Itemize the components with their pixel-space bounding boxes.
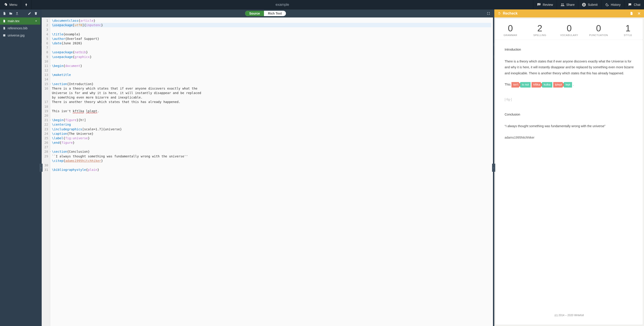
stat-label: SPELLING xyxy=(527,34,552,36)
file-name: universe.jpg xyxy=(8,33,38,37)
recheck-label[interactable]: Recheck xyxy=(503,11,518,15)
stat-item: 2SPELLING xyxy=(525,19,554,40)
stat-number: 0 xyxy=(556,23,582,33)
stat-number: 0 xyxy=(498,23,523,33)
share-icon xyxy=(560,3,564,7)
sidebar-toolbar xyxy=(0,9,40,17)
figure-placeholder: [-fig-] xyxy=(504,96,634,103)
stat-item: 1STYLE xyxy=(613,19,643,40)
paragraph-text: There is a theory which states that if e… xyxy=(504,58,634,76)
overleaf-logo-icon xyxy=(4,3,8,7)
suggestion-chip[interactable]: kftlkakulka xyxy=(532,81,552,87)
menu-button[interactable]: Menu xyxy=(0,0,21,9)
review-label: Review xyxy=(543,3,553,6)
delete-icon[interactable] xyxy=(34,12,38,15)
menu-label: Menu xyxy=(10,3,17,6)
richtext-mode-button[interactable]: Rich Text xyxy=(264,11,286,16)
history-icon xyxy=(605,3,609,7)
quote-text: “I always thought something was fundamen… xyxy=(504,123,634,129)
panel-footer: (c) 2014 – 2020 Writefull xyxy=(504,306,634,318)
chat-icon xyxy=(628,3,632,7)
suggestion-chip[interactable]: lpleptlept xyxy=(553,81,572,87)
file-icon xyxy=(3,19,6,23)
stat-label: PUNCTUATION xyxy=(586,34,612,36)
conclusion-heading: Conclusion xyxy=(504,111,634,118)
submit-icon xyxy=(582,3,586,7)
recheck-bar: Recheck xyxy=(494,9,644,17)
stat-item: 0PUNCTUATION xyxy=(584,19,613,40)
citation-text: adams1995hitchhiker xyxy=(504,135,634,141)
up-button[interactable] xyxy=(21,0,32,9)
upload-icon[interactable] xyxy=(15,12,19,15)
file-sidebar: main.texreferences.bibuniverse.jpg xyxy=(0,9,40,326)
history-label: History xyxy=(611,3,621,6)
submit-button[interactable]: Submit xyxy=(578,0,601,9)
project-title: example xyxy=(32,3,533,7)
editor-mode-toggle: Source Rich Text xyxy=(245,11,286,16)
topbar: Menu example Review Share Submit Histor xyxy=(0,0,644,9)
up-arrow-icon xyxy=(24,3,28,7)
source-mode-button[interactable]: Source xyxy=(245,11,264,16)
file-item[interactable]: main.tex xyxy=(0,17,40,25)
file-name: references.bib xyxy=(8,26,38,30)
stat-label: GRAMMAR xyxy=(498,34,523,36)
document-icon[interactable] xyxy=(630,12,633,15)
chat-label: Chat xyxy=(634,3,640,6)
file-icon xyxy=(3,27,6,30)
stat-number: 0 xyxy=(586,23,612,33)
code-editor[interactable]: 12345678910111213141516 1718192021222324… xyxy=(42,17,493,326)
chevron-down-icon[interactable] xyxy=(34,19,38,23)
share-label: Share xyxy=(566,3,574,6)
review-button[interactable]: Review xyxy=(533,0,556,9)
image-icon xyxy=(3,34,6,37)
close-icon[interactable] xyxy=(637,12,641,15)
editor-toolbar: Source Rich Text xyxy=(42,9,493,17)
review-icon xyxy=(537,3,541,7)
rename-icon[interactable] xyxy=(28,12,31,15)
sidebar-resize-handle[interactable]: ⋮⋮ ‹ xyxy=(40,9,42,326)
stat-item: 0GRAMMAR xyxy=(496,19,525,40)
editor-resize-handle[interactable]: ⋮⋮ › xyxy=(493,9,494,326)
suggestion-from: kftlka xyxy=(532,82,542,87)
suggestions-body: Introduction There is a theory which sta… xyxy=(496,40,643,325)
suggestion-from: lplept xyxy=(553,82,564,87)
stat-number: 1 xyxy=(615,23,641,33)
stat-label: VOCABULARY xyxy=(556,34,582,36)
fullscreen-icon[interactable] xyxy=(487,12,490,15)
refresh-icon[interactable] xyxy=(498,12,501,15)
stat-label: STYLE xyxy=(615,34,641,36)
file-name: main.tex xyxy=(8,19,33,23)
suggestion-row: This isn'tis not kftlkakulka lpleptlept … xyxy=(504,81,634,87)
suggestion-chip[interactable]: isn'tis not xyxy=(511,81,530,87)
suggestion-suffix: . xyxy=(573,81,574,87)
editor-column: Source Rich Text 12345678910111213141516… xyxy=(42,9,493,326)
file-item[interactable]: universe.jpg xyxy=(0,32,40,39)
stats-card: 0GRAMMAR2SPELLING0VOCABULARY0PUNCTUATION… xyxy=(496,19,643,40)
chat-button[interactable]: Chat xyxy=(624,0,644,9)
stat-item: 0VOCABULARY xyxy=(554,19,584,40)
share-button[interactable]: Share xyxy=(556,0,578,9)
new-folder-icon[interactable] xyxy=(9,12,12,15)
stat-number: 2 xyxy=(527,23,552,33)
writefull-panel: Recheck 0GRAMMAR2SPELLING0VOCABULARY0PUN… xyxy=(494,9,644,326)
suggestion-prefix: This xyxy=(504,81,510,87)
file-item[interactable]: references.bib xyxy=(0,25,40,32)
suggestion-from: isn't xyxy=(511,82,520,87)
intro-heading: Introduction xyxy=(504,46,634,53)
submit-label: Submit xyxy=(588,3,598,6)
new-file-icon[interactable] xyxy=(3,12,6,15)
history-button[interactable]: History xyxy=(601,0,624,9)
